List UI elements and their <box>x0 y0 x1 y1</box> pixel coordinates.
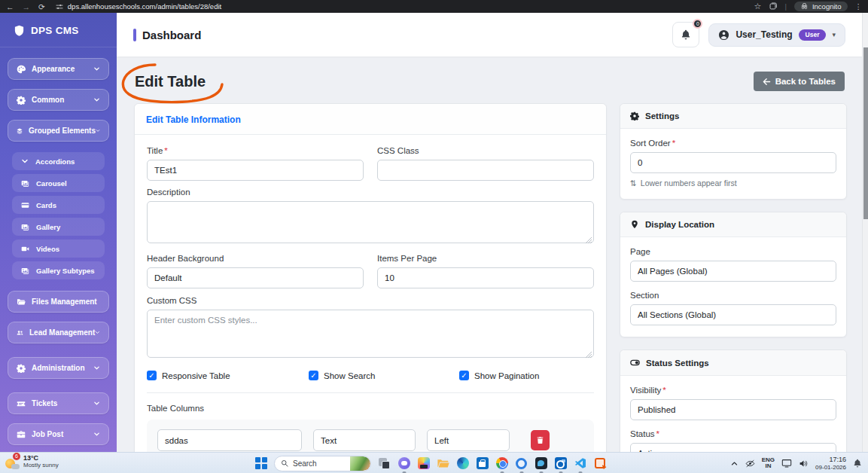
address-bar[interactable]: dps.allenhouseschools.com/admin/tables/2… <box>56 2 754 11</box>
images-icon <box>21 267 29 275</box>
css-class-input[interactable] <box>377 160 594 181</box>
task-view-icon[interactable] <box>378 457 391 470</box>
page-scrollbar[interactable] <box>862 13 868 452</box>
sidebar-subitem-gallery[interactable]: Gallery <box>12 218 105 236</box>
clock-widget[interactable]: 17:16 09-01-2026 <box>815 456 846 471</box>
chrome-browser-icon[interactable] <box>495 457 508 470</box>
edge-browser-icon[interactable] <box>456 457 469 470</box>
sidebar-subitem-cards[interactable]: Cards <box>12 196 105 214</box>
browser-menu-icon[interactable]: ⋮ <box>855 2 863 11</box>
taskbar-search-input[interactable]: Search <box>274 456 371 471</box>
tab-search-icon[interactable] <box>769 2 777 11</box>
tray-chevron-up-icon[interactable] <box>730 459 739 468</box>
sidebar-item-appearance[interactable]: Appearance <box>8 58 109 80</box>
resize-grip-icon[interactable] <box>586 352 592 358</box>
tray-hidden-item-icon[interactable] <box>745 459 755 468</box>
show-search-checkbox[interactable]: ✓ Show Search <box>309 371 459 380</box>
checkbox-label: Responsive Table <box>162 371 230 380</box>
sidebar-item-administration[interactable]: Administration <box>8 357 109 379</box>
sidebar-subitem-gallery-subtypes[interactable]: Gallery Subtypes <box>12 261 105 279</box>
start-button-icon[interactable] <box>255 457 267 469</box>
vscode-icon[interactable] <box>574 457 586 470</box>
status-select[interactable] <box>630 443 836 452</box>
chevron-down-icon <box>93 431 100 438</box>
resize-grip-icon[interactable] <box>586 237 592 243</box>
user-role-badge: User <box>799 29 827 41</box>
bookmark-star-icon[interactable]: ☆ <box>754 2 762 11</box>
weather-widget[interactable]: 6 13°C Mostly sunny <box>5 454 59 469</box>
sidebar-subitem-accordions[interactable]: Accordions <box>12 152 105 170</box>
sidebar-item-tickets[interactable]: Tickets <box>8 392 109 414</box>
file-explorer-icon[interactable] <box>437 457 449 470</box>
blue-ring-app-icon[interactable] <box>515 457 528 470</box>
custom-css-textarea[interactable] <box>147 310 594 358</box>
sort-order-input[interactable] <box>630 152 836 173</box>
site-settings-icon[interactable] <box>56 3 63 11</box>
form-card-title: Edit Table Information <box>146 114 241 125</box>
sidebar-item-label: Appearance <box>32 65 93 73</box>
network-icon[interactable] <box>781 458 792 468</box>
display-location-title: Display Location <box>645 220 714 229</box>
column-type-input[interactable] <box>313 429 416 451</box>
checkbox-checked-icon[interactable]: ✓ <box>459 371 469 380</box>
search-highlight-image[interactable] <box>350 456 370 471</box>
chevron-down-icon <box>93 66 100 72</box>
status-label: Status* <box>630 429 836 438</box>
sidebar-subitem-carousel[interactable]: Carousel <box>12 174 105 192</box>
microsoft-store-icon[interactable] <box>476 457 489 470</box>
scrollbar-thumb[interactable] <box>863 47 868 219</box>
sidebar-item-grouped-elements[interactable]: Grouped Elements <box>8 120 109 142</box>
items-per-page-input[interactable] <box>377 267 594 288</box>
search-placeholder: Search <box>293 459 346 468</box>
section-select[interactable] <box>630 304 836 325</box>
description-label: Description <box>147 188 594 197</box>
back-to-tables-button[interactable]: Back to Tables <box>754 72 845 91</box>
gear-icon <box>630 111 639 121</box>
delete-column-button[interactable] <box>531 430 550 450</box>
chevron-down-icon <box>93 96 100 103</box>
page-select[interactable] <box>630 261 836 282</box>
windows-taskbar: 6 13°C Mostly sunny Search ENG IN <box>0 452 868 473</box>
remote-app-icon[interactable] <box>593 457 606 470</box>
outlook-icon[interactable] <box>554 457 567 470</box>
sidebar-item-label: Files Management <box>32 298 100 306</box>
dark-media-app-icon[interactable] <box>535 457 547 470</box>
checkbox-label: Show Pagination <box>474 371 539 380</box>
chat-app-icon[interactable] <box>397 457 410 470</box>
app-logo-label: DPS CMS <box>31 25 79 36</box>
items-per-page-label: Items Per Page <box>377 254 594 263</box>
sidebar-subitem-videos[interactable]: Videos <box>12 240 105 258</box>
language-indicator[interactable]: ENG IN <box>762 457 775 470</box>
responsive-table-checkbox[interactable]: ✓ Responsive Table <box>147 371 309 380</box>
visibility-select[interactable] <box>630 399 836 420</box>
column-name-input[interactable] <box>157 429 302 451</box>
sidebar-subitem-label: Cards <box>36 201 56 209</box>
browser-reload-icon[interactable]: ⟳ <box>38 2 45 11</box>
sidebar-item-lead-management[interactable]: Lead Management <box>8 322 109 343</box>
user-menu[interactable]: User_Testing User ▾ <box>708 23 845 47</box>
sidebar-item-job-post[interactable]: Job Post <box>8 423 109 445</box>
card-icon <box>21 201 29 209</box>
header-background-input[interactable] <box>147 267 364 288</box>
sidebar-item-label: Common <box>32 96 93 104</box>
description-textarea[interactable] <box>147 201 594 243</box>
briefcase-icon <box>17 430 26 439</box>
arrow-left-icon <box>763 78 771 86</box>
notifications-button[interactable]: 0 <box>672 22 699 47</box>
browser-back-icon[interactable]: ← <box>6 2 14 11</box>
checkbox-checked-icon[interactable]: ✓ <box>309 371 318 380</box>
volume-icon[interactable] <box>799 459 809 468</box>
browser-forward-icon[interactable]: → <box>23 2 31 11</box>
app-logo[interactable]: DPS CMS <box>0 13 117 47</box>
sidebar-item-files-management[interactable]: Files Management <box>8 291 109 313</box>
column-align-input[interactable] <box>427 429 510 451</box>
checkbox-checked-icon[interactable]: ✓ <box>147 371 157 380</box>
sidebar-item-common[interactable]: Common <box>8 89 109 111</box>
title-input[interactable] <box>147 160 364 181</box>
url-text[interactable]: dps.allenhouseschools.com/admin/tables/2… <box>68 2 221 11</box>
notification-center-icon[interactable] <box>853 459 862 468</box>
images-icon <box>21 223 29 231</box>
show-pagination-checkbox[interactable]: ✓ Show Pagination <box>459 371 594 380</box>
required-mark: * <box>662 386 665 395</box>
media-app-icon[interactable] <box>417 457 430 470</box>
